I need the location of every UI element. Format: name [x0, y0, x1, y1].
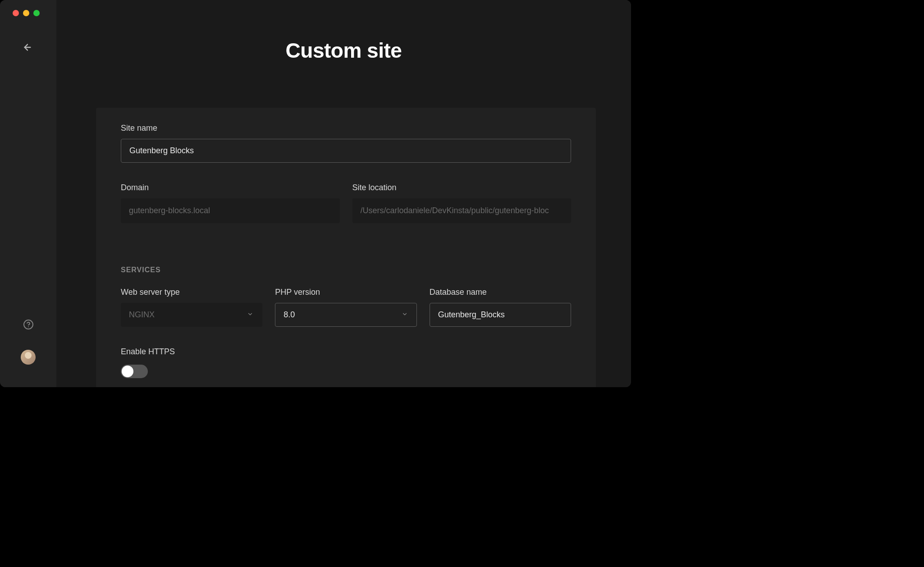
help-button[interactable]: [23, 319, 34, 332]
arrow-left-icon: [23, 42, 32, 52]
database-name-col: Database name: [430, 288, 571, 327]
enable-https-toggle[interactable]: [121, 365, 148, 378]
php-version-col: PHP version 8.0: [275, 288, 416, 327]
site-name-label: Site name: [121, 123, 571, 133]
web-server-col: Web server type NGINX: [121, 288, 262, 327]
user-avatar[interactable]: [21, 350, 36, 365]
app-window: Custom site Site name Domain Site locati…: [0, 0, 631, 387]
web-server-label: Web server type: [121, 288, 262, 297]
web-server-select[interactable]: NGINX: [121, 303, 262, 327]
back-button[interactable]: [23, 42, 56, 54]
maximize-window-button[interactable]: [33, 10, 40, 16]
site-name-input[interactable]: [121, 139, 571, 163]
site-location-col: Site location: [352, 183, 572, 223]
database-name-input[interactable]: [430, 303, 571, 327]
domain-col: Domain: [121, 183, 340, 223]
toggle-knob: [122, 366, 133, 377]
site-location-label: Site location: [352, 183, 572, 192]
domain-input[interactable]: [121, 198, 340, 223]
enable-https-label: Enable HTTPS: [121, 347, 571, 357]
domain-location-row: Domain Site location: [121, 183, 571, 223]
page-title: Custom site: [56, 38, 631, 63]
site-location-input[interactable]: [352, 198, 572, 223]
help-icon: [23, 319, 34, 330]
sidebar-bottom: [0, 319, 56, 387]
minimize-window-button[interactable]: [23, 10, 29, 16]
php-version-select[interactable]: 8.0: [275, 303, 416, 327]
window-controls: [0, 0, 56, 16]
php-version-select-wrapper: 8.0: [275, 303, 416, 327]
sidebar: [0, 0, 56, 387]
services-header: SERVICES: [121, 266, 571, 274]
domain-label: Domain: [121, 183, 340, 192]
php-version-label: PHP version: [275, 288, 416, 297]
https-section: Enable HTTPS: [121, 347, 571, 378]
web-server-select-wrapper: NGINX: [121, 303, 262, 327]
form-card: Site name Domain Site location SERVICES …: [96, 108, 596, 387]
close-window-button[interactable]: [13, 10, 19, 16]
database-name-label: Database name: [430, 288, 571, 297]
services-row: Web server type NGINX PHP version 8.0: [121, 288, 571, 327]
main-content: Custom site Site name Domain Site locati…: [56, 0, 631, 387]
